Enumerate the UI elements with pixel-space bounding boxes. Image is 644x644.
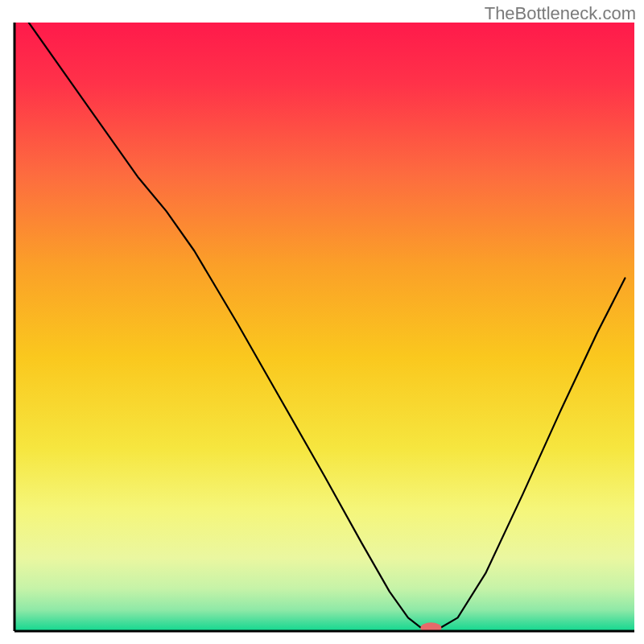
gradient-background bbox=[14, 23, 634, 631]
bottleneck-chart: TheBottleneck.com bbox=[0, 0, 644, 644]
chart-svg bbox=[0, 0, 644, 644]
watermark-text: TheBottleneck.com bbox=[485, 3, 636, 24]
